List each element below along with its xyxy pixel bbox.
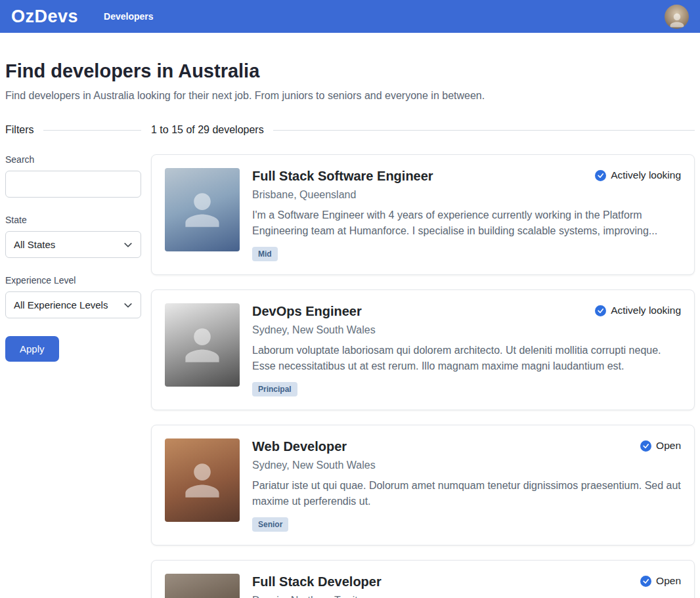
search-input[interactable]	[5, 171, 141, 198]
developer-location: Sydney, New South Wales	[252, 324, 681, 336]
page-subtitle: Find developers in Australia looking for…	[5, 90, 695, 102]
person-icon	[181, 324, 223, 366]
search-label: Search	[5, 154, 141, 165]
experience-select-value: All Experience Levels	[14, 299, 108, 310]
check-circle-icon	[595, 170, 606, 181]
availability-status: Actively looking	[595, 168, 681, 181]
chevron-down-icon	[123, 240, 133, 249]
level-badge: Mid	[252, 247, 278, 261]
availability-label: Open	[656, 575, 681, 587]
developer-photo	[165, 168, 240, 251]
check-circle-icon	[640, 440, 651, 452]
availability-status: Actively looking	[595, 303, 681, 316]
developer-location: Darwin, Northern Territory	[252, 595, 681, 598]
page-title: Find developers in Australia	[5, 60, 695, 82]
check-circle-icon	[595, 305, 606, 316]
divider	[43, 130, 141, 131]
developer-card[interactable]: Full Stack Software Engineer Actively lo…	[151, 154, 695, 275]
filters-panel: Filters Search State All States Experien…	[5, 124, 141, 362]
developer-photo	[165, 574, 240, 598]
availability-status: Open	[640, 574, 681, 587]
state-select-value: All States	[14, 239, 55, 250]
availability-label: Open	[656, 440, 681, 452]
availability-label: Actively looking	[611, 305, 681, 316]
user-avatar[interactable]	[665, 5, 689, 29]
availability-label: Actively looking	[611, 169, 681, 181]
level-badge: Principal	[252, 382, 297, 396]
results-panel: 1 to 15 of 29 developers Full Stack Soft…	[151, 124, 695, 598]
developer-card[interactable]: Web Developer Open Sydney, New South Wal…	[151, 425, 695, 545]
person-icon	[181, 459, 223, 502]
check-circle-icon	[640, 576, 651, 587]
developer-description: Laborum voluptate laboriosam qui dolorem…	[252, 343, 681, 374]
state-select[interactable]: All States	[5, 231, 141, 258]
state-label: State	[5, 215, 141, 225]
person-icon	[181, 595, 223, 598]
developer-title: DevOps Engineer	[252, 303, 362, 319]
nav-item-developers[interactable]: Developers	[104, 11, 153, 22]
navbar: OzDevs Developers	[0, 0, 700, 33]
developer-card[interactable]: Full Stack Developer Open Darwin, Northe…	[151, 560, 695, 598]
developer-title: Full Stack Software Engineer	[252, 168, 433, 184]
developer-description: I'm a Software Engineer with 4 years of …	[252, 207, 681, 239]
level-badge: Senior	[252, 517, 288, 532]
divider	[273, 130, 695, 131]
person-icon	[181, 189, 223, 231]
developer-location: Brisbane, Queensland	[252, 189, 681, 201]
developer-description: Pariatur iste ut qui quae. Dolorum amet …	[252, 478, 681, 509]
availability-status: Open	[640, 438, 681, 452]
apply-button[interactable]: Apply	[5, 336, 59, 362]
brand-logo[interactable]: OzDevs	[11, 7, 78, 27]
person-icon	[668, 12, 686, 29]
developer-photo	[165, 303, 240, 387]
developer-card[interactable]: DevOps Engineer Actively looking Sydney,…	[151, 289, 695, 410]
developer-title: Web Developer	[252, 438, 347, 454]
filters-heading: Filters	[5, 124, 34, 136]
developer-photo	[165, 438, 240, 522]
developer-location: Sydney, New South Wales	[252, 459, 681, 471]
experience-label: Experience Level	[5, 275, 141, 286]
main-content: Find developers in Australia Find develo…	[0, 60, 700, 598]
results-count: 1 to 15 of 29 developers	[151, 124, 264, 136]
experience-select[interactable]: All Experience Levels	[5, 291, 141, 318]
developer-title: Full Stack Developer	[252, 574, 382, 589]
chevron-down-icon	[123, 301, 133, 310]
